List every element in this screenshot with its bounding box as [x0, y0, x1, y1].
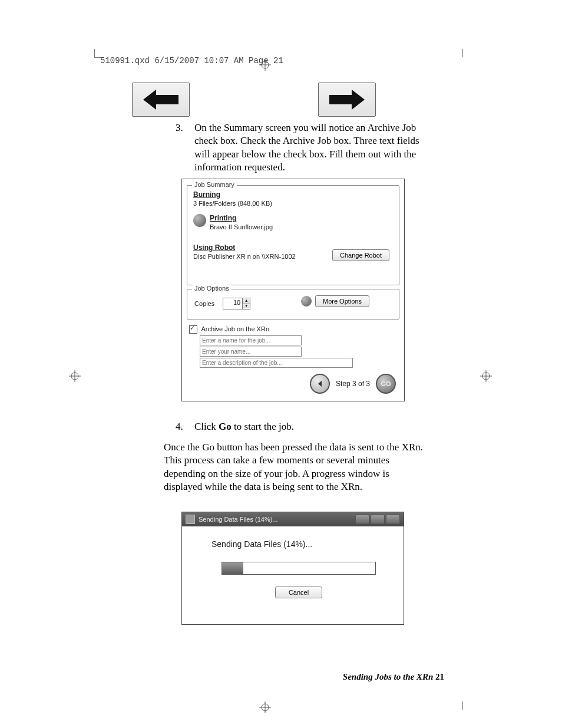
archive-checkbox-row[interactable]: Archive Job on the XRn	[189, 325, 397, 334]
archive-checkbox[interactable]	[189, 325, 197, 334]
maximize-button[interactable]	[371, 515, 385, 524]
copies-down[interactable]: ▼	[243, 304, 250, 308]
printing-detail: Bravo II Sunflower.jpg	[210, 223, 273, 230]
footer-text: Sending Jobs to the XRn	[343, 672, 433, 681]
wizard-nav: Step 3 of 3 GO	[310, 374, 396, 394]
more-options-button[interactable]: More Options	[315, 295, 369, 307]
svg-marker-5	[318, 381, 322, 387]
job-options-legend: Job Options	[192, 285, 232, 292]
robot-section: Using Robot Disc Publisher XR n on \\XRN…	[193, 243, 296, 260]
robot-detail: Disc Publisher XR n on \\XRN-1002	[193, 253, 296, 260]
copies-value: 10	[223, 298, 242, 309]
options-icon	[301, 296, 312, 307]
archive-section: Archive Job on the XRn	[189, 325, 397, 368]
progress-heading: Sending Data Files (14%)...	[211, 539, 386, 549]
registration-mark-icon	[69, 370, 81, 382]
step4-bold: Go	[219, 421, 232, 432]
copies-stepper[interactable]: 10 ▲▼	[223, 298, 250, 309]
progress-screenshot: Sending Data Files (14%)... Sending Data…	[181, 512, 404, 625]
copies-up[interactable]: ▲	[243, 298, 250, 304]
registration-mark-icon	[480, 370, 492, 382]
burning-link[interactable]: Burning	[193, 190, 272, 199]
printing-section: Printing Bravo II Sunflower.jpg	[193, 214, 273, 230]
printing-link[interactable]: Printing	[210, 214, 273, 222]
arrow-right-icon	[329, 90, 365, 110]
job-summary-legend: Job Summary	[192, 181, 237, 188]
progress-fill	[222, 562, 243, 574]
step-3-paragraph: 3. On the Summary screen you will notice…	[194, 121, 424, 174]
page-footer: Sending Jobs to the XRn 21	[343, 672, 444, 682]
job-options-group: Job Options Copies 10 ▲▼ More Options	[187, 289, 399, 319]
back-button[interactable]	[310, 374, 330, 394]
cancel-button[interactable]: Cancel	[275, 587, 322, 598]
step-text: On the Summary screen you will notice an…	[194, 122, 419, 173]
archive-description-input[interactable]	[200, 358, 353, 368]
disc-icon	[193, 214, 206, 227]
step-indicator: Step 3 of 3	[336, 380, 370, 388]
crop-mark	[462, 49, 463, 57]
crop-mark	[462, 701, 463, 710]
progress-bar	[222, 562, 376, 575]
step4-a: Click	[194, 421, 219, 432]
arrow-left-icon	[143, 90, 178, 110]
change-robot-button-wrap: Change Robot	[332, 249, 389, 261]
step4-b: to start the job.	[232, 421, 294, 432]
registration-mark-icon	[259, 701, 271, 713]
registration-mark-icon	[259, 59, 271, 71]
archive-your-name-input[interactable]	[200, 347, 302, 357]
job-summary-group: Job Summary Burning 3 Files/Folders (848…	[187, 185, 399, 285]
change-robot-button[interactable]: Change Robot	[332, 249, 389, 261]
window-title: Sending Data Files (14%)...	[199, 516, 278, 523]
burning-detail: 3 Files/Folders (848.00 KB)	[193, 200, 272, 207]
page: 510991.qxd 6/15/2007 10:07 AM Page 21 3.…	[0, 0, 562, 728]
go-button[interactable]: GO	[376, 374, 396, 394]
step-4-paragraph: 4. Click Go to start the job.	[194, 420, 424, 433]
using-robot-link[interactable]: Using Robot	[193, 243, 296, 252]
arrow-left-icon	[316, 380, 324, 388]
svg-marker-3	[143, 90, 178, 110]
step-number: 3.	[176, 121, 183, 134]
progress-paragraph: Once the Go button has been pressed the …	[164, 441, 426, 494]
next-page-button[interactable]	[318, 83, 376, 117]
svg-marker-4	[329, 90, 365, 110]
window-titlebar: Sending Data Files (14%)...	[182, 512, 404, 526]
archive-job-name-input[interactable]	[200, 335, 302, 345]
crop-mark	[94, 49, 95, 57]
burning-section: Burning 3 Files/Folders (848.00 KB)	[193, 190, 272, 207]
archive-label: Archive Job on the XRn	[201, 325, 269, 332]
summary-screenshot: Job Summary Burning 3 Files/Folders (848…	[181, 179, 405, 401]
close-button[interactable]	[386, 515, 400, 524]
page-number: 21	[435, 672, 444, 681]
minimize-button[interactable]	[355, 515, 369, 524]
app-icon	[186, 515, 195, 524]
slug-line: 510991.qxd 6/15/2007 10:07 AM Page 21	[100, 56, 283, 65]
copies-label: Copies	[194, 300, 214, 307]
step-number: 4.	[176, 420, 183, 433]
prev-page-button[interactable]	[132, 83, 190, 117]
